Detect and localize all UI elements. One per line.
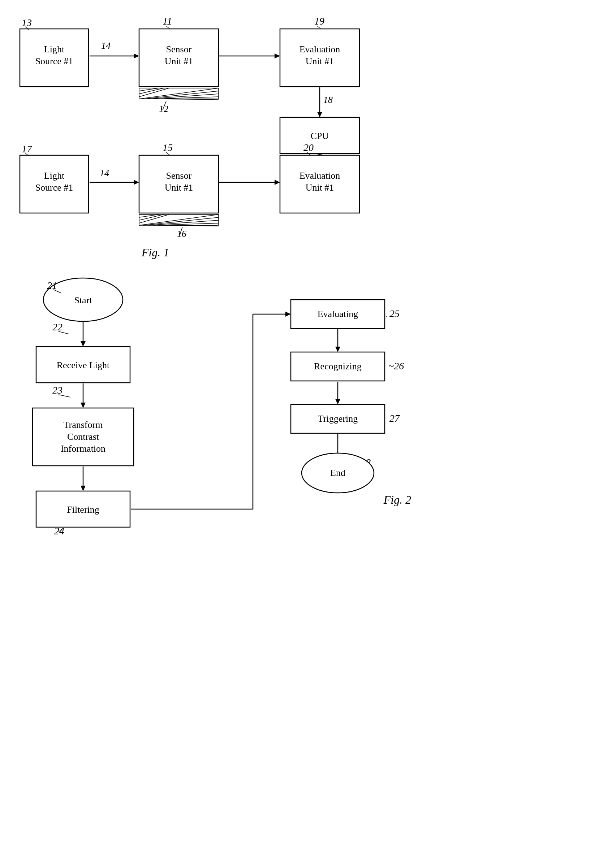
svg-text:Light: Light <box>44 170 65 181</box>
svg-line-86 <box>59 395 70 397</box>
svg-text:End: End <box>330 468 345 478</box>
svg-text:Filtering: Filtering <box>67 505 99 515</box>
svg-text:Fig. 2: Fig. 2 <box>383 493 411 506</box>
svg-marker-6 <box>134 53 139 59</box>
svg-text:Fig. 1: Fig. 1 <box>141 246 169 259</box>
svg-text:Recognizing: Recognizing <box>314 361 361 372</box>
svg-text:~26: ~26 <box>388 360 404 372</box>
svg-marker-111 <box>335 399 340 404</box>
svg-text:17: 17 <box>22 143 32 155</box>
svg-text:Unit #1: Unit #1 <box>306 56 334 66</box>
svg-marker-92 <box>81 486 86 491</box>
svg-text:Evaluation: Evaluation <box>299 170 340 181</box>
diagram-container: Light Source #1 13 14 Sensor Unit #1 11 <box>0 0 595 868</box>
svg-text:Receive Light: Receive Light <box>57 360 110 371</box>
svg-text:Start: Start <box>74 295 92 306</box>
svg-marker-66 <box>275 180 280 185</box>
svg-text:Unit #1: Unit #1 <box>165 56 193 66</box>
svg-text:Transform: Transform <box>64 419 103 430</box>
diagram-svg: Light Source #1 13 14 Sensor Unit #1 11 <box>0 0 595 868</box>
svg-text:24: 24 <box>54 526 64 537</box>
svg-text:Unit #1: Unit #1 <box>165 182 193 193</box>
svg-text:12: 12 <box>159 103 168 114</box>
svg-marker-46 <box>134 180 139 185</box>
svg-text:Light: Light <box>44 44 65 55</box>
svg-text:CPU: CPU <box>311 131 329 141</box>
svg-text:Contrast: Contrast <box>67 431 99 442</box>
svg-text:27: 27 <box>389 413 400 424</box>
svg-text:14: 14 <box>100 168 109 179</box>
svg-text:13: 13 <box>22 17 32 28</box>
svg-marker-27 <box>275 53 280 59</box>
svg-text:Triggering: Triggering <box>318 413 358 424</box>
svg-text:19: 19 <box>314 16 324 27</box>
svg-text:25: 25 <box>389 308 400 319</box>
svg-marker-34 <box>317 112 322 117</box>
svg-text:15: 15 <box>163 142 173 153</box>
svg-text:Unit #1: Unit #1 <box>306 182 334 193</box>
svg-text:Source #1: Source #1 <box>36 56 73 66</box>
svg-text:23: 23 <box>52 385 62 396</box>
svg-marker-100 <box>286 311 291 317</box>
svg-text:22: 22 <box>52 321 62 332</box>
svg-text:Sensor: Sensor <box>166 44 192 55</box>
svg-text:14: 14 <box>101 40 111 51</box>
svg-text:16: 16 <box>177 229 186 239</box>
svg-text:20: 20 <box>303 142 314 153</box>
svg-text:21: 21 <box>47 280 57 291</box>
svg-text:Evaluation: Evaluation <box>299 44 340 55</box>
svg-text:Evaluating: Evaluating <box>318 309 358 319</box>
svg-marker-78 <box>81 341 86 347</box>
svg-marker-84 <box>81 403 86 408</box>
svg-text:18: 18 <box>323 94 333 105</box>
svg-text:Sensor: Sensor <box>166 170 192 181</box>
svg-line-80 <box>59 331 69 334</box>
svg-text:11: 11 <box>163 16 172 27</box>
svg-text:Information: Information <box>61 443 105 454</box>
svg-text:Source #1: Source #1 <box>36 182 73 193</box>
svg-marker-106 <box>335 347 340 352</box>
